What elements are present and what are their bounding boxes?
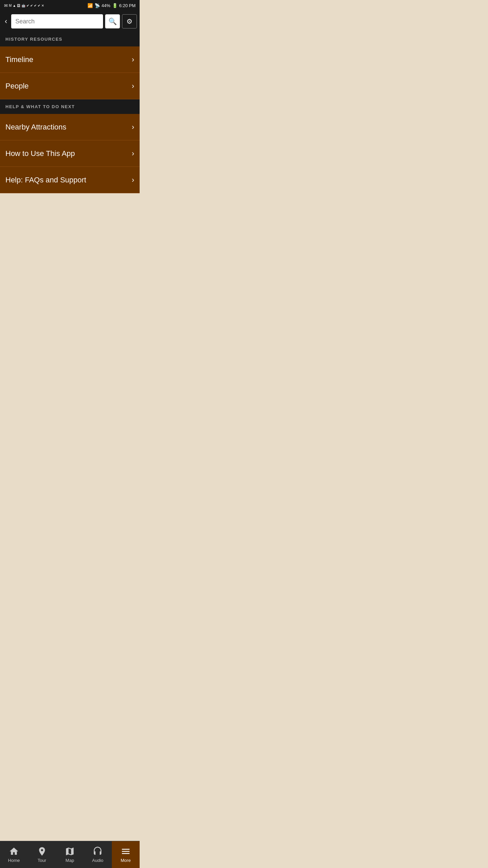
search-button[interactable]: 🔍 [105,14,120,28]
search-input[interactable] [15,18,99,25]
status-icons-left: ✉ M ▲ 🖼 🤖 ✔ ✔ ✔ ✔ ✕ [4,3,44,8]
check2-icon: ✔ [30,4,33,7]
section-header-help: HELP & WHAT TO DO NEXT [0,99,140,114]
search-field[interactable] [11,14,103,28]
audio-label: Audio [92,858,103,863]
content-area [0,193,140,841]
toolbar: ‹ 🔍 ⚙ [0,11,140,32]
back-button[interactable]: ‹ [3,17,9,26]
how-to-use-label: How to Use This App [5,149,75,158]
timeline-label: Timeline [5,55,33,64]
check3-icon: ✔ [34,4,37,7]
home-label: Home [8,858,20,863]
chevron-right-icon: › [132,82,134,91]
menu-item-timeline[interactable]: Timeline › [0,46,140,73]
bottom-navigation: Home Tour Map Audio More [0,841,140,868]
back-icon: ‹ [5,17,7,26]
nav-item-map[interactable]: Map [56,841,84,868]
section-header-history: HISTORY RESOURCES [0,32,140,46]
close-icon: ✕ [41,4,44,7]
nav-item-audio[interactable]: Audio [84,841,111,868]
menu-item-nearby-attractions[interactable]: Nearby Attractions › [0,114,140,140]
check1-icon: ✔ [26,4,29,7]
tour-icon [37,846,47,856]
time-display: 6:20 PM [119,3,136,8]
nav-item-home[interactable]: Home [0,841,28,868]
gear-icon: ⚙ [126,17,133,25]
map-icon [65,846,75,856]
more-icon [121,846,131,856]
wifi-icon: 📶 [87,3,93,8]
photos-icon: 🖼 [17,4,20,7]
help-faqs-label: Help: FAQs and Support [5,176,86,184]
people-label: People [5,82,29,91]
status-icons-right: 📶 📡 44% 🔋 6:20 PM [87,3,136,8]
menu-item-how-to-use[interactable]: How to Use This App › [0,140,140,167]
map-label: Map [65,858,74,863]
nav-item-tour[interactable]: Tour [28,841,56,868]
chevron-right-icon: › [132,176,134,184]
signal-icon: 📡 [95,3,100,8]
chevron-right-icon: › [132,55,134,64]
status-bar: ✉ M ▲ 🖼 🤖 ✔ ✔ ✔ ✔ ✕ 📶 📡 44% 🔋 6:20 PM [0,0,140,11]
drive-icon: ▲ [13,4,16,7]
nav-item-more[interactable]: More [112,841,140,868]
android-icon: 🤖 [21,4,25,7]
audio-icon [93,846,103,856]
menu-item-help-faqs[interactable]: Help: FAQs and Support › [0,167,140,193]
chevron-right-icon: › [132,123,134,132]
home-icon [9,846,19,856]
battery-icon: 🔋 [112,3,118,8]
settings-button[interactable]: ⚙ [122,14,137,28]
nearby-attractions-label: Nearby Attractions [5,123,66,132]
menu-item-people[interactable]: People › [0,73,140,99]
search-icon: 🔍 [108,17,117,25]
more-label: More [121,858,131,863]
gmail-icon: M [9,4,12,7]
mail-icon: ✉ [4,3,8,8]
check4-icon: ✔ [38,4,40,7]
tour-label: Tour [38,858,46,863]
chevron-right-icon: › [132,149,134,158]
battery-text: 44% [102,3,110,8]
